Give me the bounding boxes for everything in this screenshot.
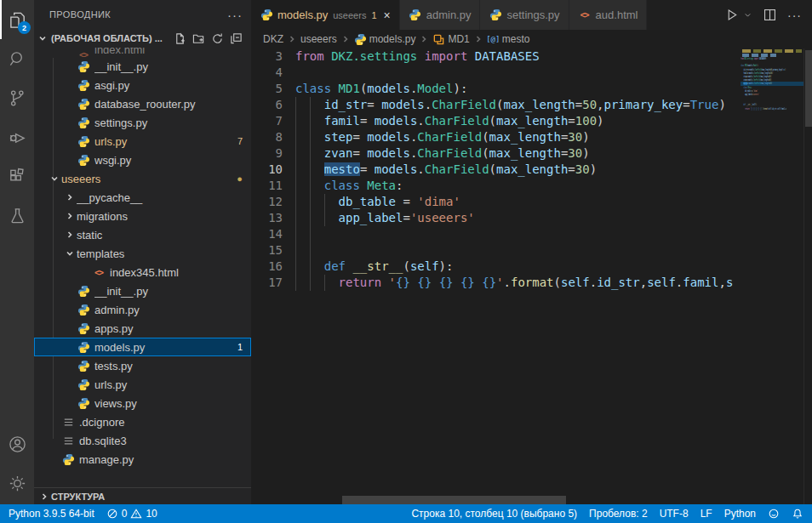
chevron-right-icon: [63, 209, 77, 223]
explorer-more-actions-icon[interactable]: ···: [227, 8, 243, 22]
indentation-status[interactable]: Пробелов: 2: [589, 508, 648, 520]
file-tree: <>index.html__init__.pyasgi.pydatabase_r…: [34, 48, 251, 487]
settings-gear-icon[interactable]: [0, 463, 34, 503]
tree-item-useeers[interactable]: useeers●: [34, 169, 251, 188]
tree-item-label: settings.py: [94, 117, 251, 129]
breadcrumb-separator-icon: [341, 35, 350, 43]
breadcrumb-item-models-py[interactable]: models.py: [354, 33, 416, 46]
tab-settings-py[interactable]: settings.py: [480, 0, 568, 30]
tree-item-tests-py[interactable]: tests.py: [34, 356, 251, 375]
editor-more-actions-icon[interactable]: ···: [787, 9, 802, 22]
refresh-icon[interactable]: [211, 32, 224, 45]
tree-item-db-sqlite3[interactable]: db.sqlite3: [34, 431, 251, 450]
feedback-icon[interactable]: [768, 508, 780, 520]
search-icon[interactable]: [0, 39, 34, 78]
python-interpreter-status[interactable]: Python 3.9.5 64-bit: [9, 508, 94, 520]
tree-item-label: wsgi.py: [94, 154, 251, 167]
code-line: [295, 65, 741, 81]
python-file-icon: [61, 452, 75, 466]
tree-item-index345-html[interactable]: <>index345.html: [34, 263, 251, 281]
tree-item-label: tests.py: [94, 360, 251, 372]
python-file-icon: [489, 9, 502, 22]
breadcrumb-item-md1[interactable]: MD1: [432, 33, 469, 46]
run-dropdown-chevron-icon[interactable]: [743, 8, 752, 22]
new-file-icon[interactable]: [174, 32, 186, 45]
tree-item-wsgi-py[interactable]: wsgi.py: [34, 151, 251, 169]
tree-item-apps-py[interactable]: apps.py: [34, 319, 251, 338]
extensions-icon[interactable]: [0, 156, 34, 196]
tab-problems-badge: 1: [371, 10, 376, 20]
tree-item-label: apps.py: [94, 322, 251, 335]
tree-item-views-py[interactable]: views.py: [34, 394, 251, 412]
language-mode-status[interactable]: Python: [724, 508, 756, 520]
tree-item--init-py[interactable]: __init__.py: [34, 57, 251, 76]
close-icon[interactable]: ×: [384, 9, 391, 21]
code-editor[interactable]: 34567891011121314151617 from DKZ.setting…: [251, 48, 812, 504]
code-line: zvan= models.CharField(max_length=30): [295, 145, 741, 162]
split-editor-icon[interactable]: [763, 8, 777, 22]
breadcrumb: DKZuseeersmodels.pyMD1[@]mesto: [251, 30, 812, 48]
tree-item--dcignore[interactable]: .dcignore: [34, 412, 251, 431]
tree-item-settings-py[interactable]: settings.py: [34, 113, 251, 132]
tree-item-label: templates: [77, 247, 251, 260]
new-folder-icon[interactable]: [192, 32, 205, 45]
tab-aud-html[interactable]: <>aud.html: [569, 0, 647, 30]
code-line: from DKZ.settings import DATABASES: [295, 48, 741, 65]
cursor-position-status[interactable]: Строка 10, столбец 10 (выбрано 5): [411, 508, 577, 520]
explorer-title: ПРОВОДНИК: [49, 9, 111, 20]
tree-item-asgi-py[interactable]: asgi.py: [34, 76, 251, 94]
python-file-icon: [409, 9, 422, 22]
tree-item-static[interactable]: static: [34, 225, 251, 244]
breadcrumb-item-mesto[interactable]: [@]mesto: [487, 33, 530, 46]
tree-item-templates[interactable]: templates: [34, 244, 251, 263]
code-line: [295, 242, 741, 259]
tab-admin-py[interactable]: admin.py: [400, 0, 480, 30]
tree-item-index-html[interactable]: <>index.html: [34, 48, 251, 57]
run-python-file-icon[interactable]: [725, 8, 740, 22]
tree-item--init-py[interactable]: __init__.py: [34, 281, 251, 300]
tree-item-database-roouter-py[interactable]: database_roouter.py: [34, 94, 251, 113]
tree-item-label: db.sqlite3: [79, 435, 251, 447]
tab-models-py[interactable]: models.pyuseeers1×: [251, 0, 399, 30]
workspace-section-header[interactable]: (РАБОЧАЯ ОБЛАСТЬ) ...: [34, 29, 251, 48]
problems-status[interactable]: 0 10: [106, 508, 157, 520]
warning-count: 10: [146, 508, 157, 520]
account-icon[interactable]: [0, 424, 34, 463]
tree-item--pycache-[interactable]: __pycache__: [34, 188, 251, 207]
collapse-all-icon[interactable]: [230, 32, 243, 45]
tree-item-models-py[interactable]: models.py1: [34, 338, 251, 356]
breadcrumb-label: useeers: [300, 33, 337, 45]
python-file-icon: [260, 9, 273, 22]
tree-item-label: admin.py: [94, 304, 251, 316]
html-file-icon: <>: [92, 265, 106, 279]
tree-item-urls-py[interactable]: urls.py7: [34, 132, 251, 151]
explorer-icon[interactable]: 2: [0, 0, 34, 39]
tree-item-admin-py[interactable]: admin.py: [34, 300, 251, 319]
horizontal-scrollbar[interactable]: [342, 496, 566, 504]
tree-item-urls-py[interactable]: urls.py: [34, 375, 251, 394]
run-debug-icon[interactable]: [0, 117, 34, 156]
notifications-bell-icon[interactable]: [792, 508, 803, 520]
breadcrumb-item-useeers[interactable]: useeers: [300, 33, 337, 45]
line-number: 9: [251, 145, 283, 162]
tree-item-migrations[interactable]: migrations: [34, 207, 251, 225]
outline-section-header[interactable]: СТРУКТУРА: [34, 487, 251, 504]
encoding-status[interactable]: UTF-8: [660, 508, 689, 520]
tree-item-label: index.html: [94, 48, 251, 56]
tree-item-manage-py[interactable]: manage.py: [34, 450, 251, 469]
breadcrumb-label: mesto: [502, 33, 530, 45]
source-control-icon[interactable]: [0, 78, 34, 117]
vertical-scrollbar[interactable]: [803, 48, 812, 504]
tree-item-label: models.py: [94, 341, 237, 354]
breadcrumb-item-dkz[interactable]: DKZ: [263, 33, 283, 45]
error-count: 0: [122, 508, 128, 520]
tab-bar: models.pyuseeers1×admin.pysettings.py<>a…: [251, 0, 812, 30]
eol-status[interactable]: LF: [700, 508, 712, 520]
line-number: 5: [251, 81, 283, 97]
minimap[interactable]: from DKZ.settings import DATABASESclass …: [741, 48, 803, 504]
tree-item-label: manage.py: [79, 453, 251, 466]
line-number: 3: [251, 48, 283, 65]
test-beaker-icon[interactable]: [0, 196, 34, 235]
python-file-icon: [77, 97, 90, 111]
line-number: 10: [251, 162, 283, 178]
